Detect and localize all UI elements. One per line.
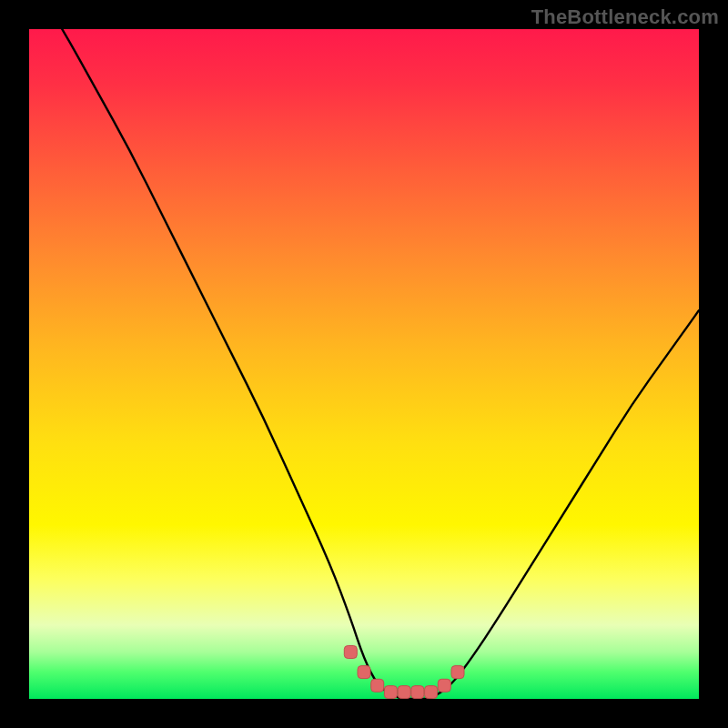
plateau-marker	[344, 646, 357, 659]
chart-frame: TheBottleneck.com	[0, 0, 728, 728]
plateau-marker	[398, 686, 410, 699]
plateau-marker	[384, 686, 397, 699]
plateau-marker	[411, 686, 424, 699]
plateau-marker	[438, 679, 450, 692]
plateau-marker	[425, 686, 438, 699]
plateau-marker	[371, 679, 384, 692]
plateau-marker	[451, 666, 464, 679]
watermark-text: TheBottleneck.com	[531, 5, 719, 29]
plateau-marker	[358, 666, 370, 679]
curve-layer	[29, 29, 699, 699]
plot-area	[29, 29, 699, 699]
bottleneck-curve	[29, 29, 699, 699]
